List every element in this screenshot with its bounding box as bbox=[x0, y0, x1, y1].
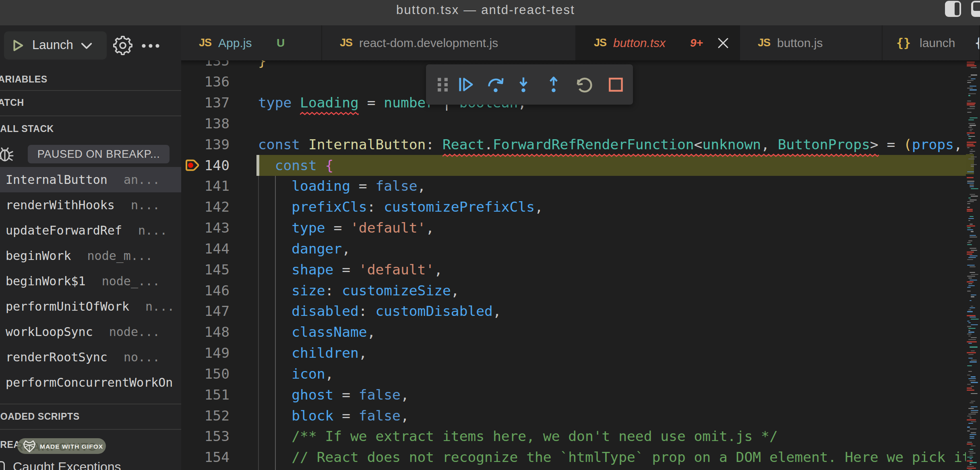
line-number-149[interactable]: 149 bbox=[181, 342, 229, 363]
line-number-154[interactable]: 154 bbox=[181, 447, 229, 468]
step-over-button[interactable] bbox=[487, 76, 504, 93]
caught-exceptions-checkbox[interactable] bbox=[0, 461, 5, 470]
line-number-136[interactable]: 136 bbox=[181, 71, 229, 92]
section-header-variables[interactable]: VARIABLES bbox=[0, 70, 48, 89]
minimap-code-line bbox=[970, 216, 974, 217]
code-token bbox=[258, 178, 292, 194]
tab-launch[interactable]: {}launch bbox=[883, 25, 976, 60]
minimap-code-line bbox=[971, 376, 976, 377]
stack-frame-name: performConcurrentWorkOn bbox=[0, 375, 173, 390]
minimap-code-line bbox=[970, 455, 973, 456]
minimap-code-line bbox=[971, 149, 973, 150]
code-line-141[interactable]: loading = false, bbox=[258, 175, 426, 196]
close-tab-icon[interactable] bbox=[717, 37, 729, 49]
breakpoint-current-frame-icon[interactable] bbox=[184, 158, 201, 173]
code-line-150[interactable]: icon, bbox=[258, 363, 333, 384]
line-number-142[interactable]: 142 bbox=[181, 196, 229, 217]
code-line-152[interactable]: block = false, bbox=[258, 405, 409, 426]
minimap-code-line bbox=[970, 118, 978, 118]
continue-button[interactable] bbox=[457, 76, 474, 93]
gear-icon[interactable] bbox=[113, 36, 132, 55]
code-token: 'default' bbox=[350, 220, 426, 236]
minimap-code-line bbox=[967, 276, 975, 276]
stack-frame-InternalButton[interactable]: InternalButtonan... bbox=[0, 167, 181, 192]
minimap-code-line bbox=[968, 336, 971, 336]
restart-button[interactable] bbox=[576, 76, 593, 93]
minimap[interactable] bbox=[966, 60, 980, 470]
minimap-code-line bbox=[968, 127, 972, 128]
stack-frame-renderRootSync[interactable]: renderRootSyncno... bbox=[0, 344, 181, 370]
more-actions-icon[interactable] bbox=[141, 36, 161, 55]
stack-frame-workLoopSync[interactable]: workLoopSyncnode... bbox=[0, 319, 181, 344]
code-line-144[interactable]: danger, bbox=[258, 238, 350, 259]
line-number-152[interactable]: 152 bbox=[181, 405, 229, 426]
code-line-140[interactable]: const { bbox=[258, 155, 333, 176]
step-into-button[interactable] bbox=[515, 76, 532, 93]
code-token bbox=[258, 157, 275, 173]
debug-sidebar: Launch VARIABLES WATCH CALL STACK PAUSED… bbox=[0, 25, 181, 470]
debug-start-icon[interactable] bbox=[10, 38, 26, 53]
code-token: customizeSize bbox=[342, 282, 451, 299]
minimap-code-line bbox=[970, 464, 972, 465]
section-header-loaded-scripts[interactable]: LOADED SCRIPTS bbox=[0, 407, 80, 426]
minimap-code-line bbox=[967, 326, 971, 327]
line-number-148[interactable]: 148 bbox=[181, 322, 229, 342]
gifox-fox-icon bbox=[22, 440, 37, 453]
stack-frame-beginWork$1[interactable]: beginWork$1node_... bbox=[0, 268, 181, 294]
code-token: = bbox=[333, 408, 358, 424]
code-token: Loading bbox=[300, 95, 359, 111]
code-line-139[interactable]: const InternalButton: React.ForwardRefRe… bbox=[258, 134, 962, 155]
tab-App.js[interactable]: JSApp.jsU bbox=[181, 25, 322, 60]
line-number-137[interactable]: 137 bbox=[181, 92, 229, 113]
minimap-code-line bbox=[970, 280, 977, 280]
code-line-145[interactable]: shape = 'default', bbox=[258, 259, 442, 280]
stack-frame-beginWork[interactable]: beginWorknode_m... bbox=[0, 243, 181, 268]
minimap-code-line bbox=[970, 266, 976, 267]
stack-frame-performUnitOfWork[interactable]: performUnitOfWorkn... bbox=[0, 294, 181, 319]
caught-exceptions-label[interactable]: Caught Exceptions bbox=[13, 460, 121, 470]
stack-frame-renderWithHooks[interactable]: renderWithHooksn... bbox=[0, 192, 181, 218]
code-line-149[interactable]: children, bbox=[258, 342, 367, 363]
section-header-call-stack[interactable]: CALL STACK bbox=[0, 120, 54, 138]
launch-config-dropdown[interactable]: Launch bbox=[4, 31, 107, 60]
stack-frame-performConcurrentWorkOn[interactable]: performConcurrentWorkOn bbox=[0, 370, 181, 395]
line-number-151[interactable]: 151 bbox=[181, 384, 229, 405]
line-number-145[interactable]: 145 bbox=[181, 259, 229, 280]
line-number-139[interactable]: 139 bbox=[181, 134, 229, 155]
line-number-147[interactable]: 147 bbox=[181, 301, 229, 322]
line-number-143[interactable]: 143 bbox=[181, 217, 229, 238]
tab-react-dom.development.js[interactable]: JSreact-dom.development.js bbox=[322, 25, 576, 60]
code-token: , bbox=[367, 324, 376, 340]
editor-tab-bar: JSApp.jsUJSreact-dom.development.jsJSbut… bbox=[181, 25, 980, 60]
minimap-code-line bbox=[968, 330, 970, 331]
code-line-142[interactable]: prefixCls: customizePrefixCls, bbox=[258, 196, 543, 217]
minimap-error-mark bbox=[967, 390, 974, 391]
stack-frame-updateForwardRef[interactable]: updateForwardRefn... bbox=[0, 218, 181, 243]
tab-button.tsx[interactable]: JSbutton.tsx9+ bbox=[576, 25, 740, 60]
toggle-sidebar-layout-icon[interactable] bbox=[945, 1, 961, 17]
line-number-141[interactable]: 141 bbox=[181, 175, 229, 196]
code-line-147[interactable]: disabled: customDisabled, bbox=[258, 301, 501, 322]
line-number-138[interactable]: 138 bbox=[181, 113, 229, 134]
line-number-153[interactable]: 153 bbox=[181, 426, 229, 447]
code-line-146[interactable]: size: customizeSize, bbox=[258, 280, 459, 301]
code-line-143[interactable]: type = 'default', bbox=[258, 217, 434, 238]
minimap-code-line bbox=[968, 159, 975, 159]
code-line-154[interactable]: // React does not recognize the `htmlTyp… bbox=[258, 447, 971, 468]
minimap-error-mark bbox=[967, 104, 975, 105]
step-out-button[interactable] bbox=[545, 76, 562, 93]
stop-button[interactable] bbox=[607, 76, 624, 93]
code-line-151[interactable]: ghost = false, bbox=[258, 384, 409, 405]
toggle-panel-layout-icon[interactable] bbox=[971, 1, 980, 17]
line-number-150[interactable]: 150 bbox=[181, 363, 229, 384]
tab-partial[interactable]: { bbox=[975, 25, 980, 60]
code-token bbox=[317, 157, 325, 173]
line-number-144[interactable]: 144 bbox=[181, 238, 229, 259]
tab-button.js[interactable]: JSbutton.js bbox=[740, 25, 883, 60]
section-header-watch[interactable]: WATCH bbox=[0, 93, 24, 112]
minimap-error-mark bbox=[967, 254, 972, 255]
code-line-153[interactable]: /** If we extract items here, we don't n… bbox=[258, 426, 778, 447]
stack-frame-location: node_m... bbox=[71, 249, 153, 263]
line-number-146[interactable]: 146 bbox=[181, 280, 229, 301]
code-line-148[interactable]: className, bbox=[258, 322, 375, 342]
